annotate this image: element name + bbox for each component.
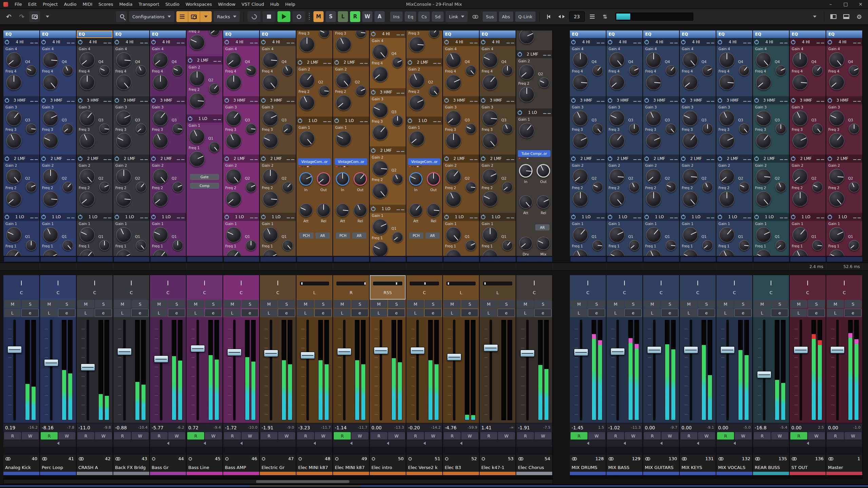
fader-track[interactable] (197, 320, 199, 420)
knob-gain-2[interactable] (829, 169, 845, 184)
channel-name[interactable]: Elec intro (370, 463, 406, 472)
edit-channel-button[interactable]: e (131, 309, 149, 317)
write-automation-button[interactable]: W (535, 432, 552, 440)
knob-gain-1[interactable] (263, 227, 278, 243)
knob-freq-1[interactable] (646, 249, 661, 256)
volume-value[interactable]: 1.41 (481, 425, 491, 430)
power-icon[interactable] (754, 40, 759, 44)
knob-att[interactable] (519, 195, 533, 209)
knob-freq-2[interactable] (263, 191, 278, 207)
eq-band-4-hi[interactable]: 4 HI (753, 38, 789, 46)
fader-track[interactable] (453, 320, 455, 420)
knob-q3[interactable] (99, 123, 110, 134)
volume-value[interactable]: -1.02 (608, 425, 620, 430)
knob-freq-2[interactable] (756, 191, 771, 207)
read-automation-button[interactable]: R (644, 432, 661, 440)
knob-freq-3[interactable] (226, 133, 242, 148)
solo-button[interactable]: S (808, 300, 825, 308)
channel-name[interactable]: Bass Line (187, 463, 223, 472)
rack-eq-header[interactable]: EQ (150, 30, 186, 38)
knob-freq-3[interactable] (756, 133, 771, 148)
channel-name[interactable]: Back FX Bridg (113, 463, 149, 472)
listen-button[interactable]: L (4, 309, 21, 317)
channel-name[interactable]: Elec Verse2 k (406, 463, 442, 472)
strip-chip-ar[interactable]: AR (535, 224, 549, 230)
mute-button[interactable]: M (644, 300, 661, 308)
fader-track[interactable] (763, 320, 765, 420)
eq-band-2-lmf[interactable]: 2 LMF (480, 155, 516, 163)
knob-gain-2[interactable] (646, 169, 661, 184)
knob-freq-3[interactable] (719, 133, 735, 148)
eq-band-1-lo[interactable]: 1 LO (40, 213, 76, 221)
eq-band-3-hmf[interactable]: 3 HMF (113, 96, 149, 104)
eq-band-1-lo[interactable]: 1 LO (260, 213, 296, 221)
knob-q2[interactable] (502, 182, 513, 192)
power-icon[interactable] (828, 157, 832, 161)
knob-freq-4[interactable] (6, 75, 22, 90)
knob-freq-4[interactable] (646, 75, 661, 90)
volume-value[interactable]: -11.0 (78, 425, 90, 430)
knob-q1[interactable] (739, 240, 750, 251)
power-icon[interactable] (608, 98, 612, 103)
channel-name[interactable]: MIX BASS (606, 463, 642, 472)
horizontal-scrollbar[interactable] (3, 479, 553, 484)
eq-band-4-hi[interactable]: 4 HI (3, 38, 39, 46)
edit-channel-button[interactable]: e (314, 309, 332, 317)
volume-value[interactable]: -0.88 (115, 425, 127, 430)
eq-band-2-lmf[interactable]: 2 LMF (406, 58, 442, 66)
read-automation-button[interactable]: R (77, 432, 94, 440)
volume-value[interactable]: -4.76 (445, 425, 457, 430)
knob-q1[interactable] (666, 240, 676, 251)
knob-gain-2[interactable] (79, 169, 95, 184)
knob-gain-3[interactable] (226, 110, 242, 126)
mute-button[interactable]: M (224, 300, 241, 308)
knob-freq-1[interactable] (756, 249, 771, 256)
eq-band-1-lo[interactable]: 1 LO (480, 213, 516, 221)
eq-band-1-lo[interactable]: 1 LO (753, 213, 789, 221)
knob-freq-4[interactable] (372, 66, 388, 82)
write-automation-button[interactable]: W (58, 432, 75, 440)
volume-value[interactable]: 0.00 (718, 425, 728, 430)
knob-q1[interactable] (465, 240, 476, 251)
power-icon[interactable] (518, 52, 522, 57)
fader-handle[interactable] (720, 346, 735, 353)
mute-button[interactable]: M (77, 300, 94, 308)
power-icon[interactable] (408, 60, 412, 65)
knob-freq-1[interactable] (153, 249, 168, 256)
pan-slider[interactable] (300, 282, 329, 285)
knob-freq-4[interactable] (482, 75, 498, 90)
knob-gain-1[interactable] (446, 227, 461, 243)
fader-handle[interactable] (574, 349, 588, 356)
rack-eq-header[interactable]: EQ (260, 30, 296, 38)
listen-button[interactable]: L (261, 309, 277, 317)
knob-freq-2[interactable] (682, 191, 698, 207)
fader-track[interactable] (727, 320, 729, 420)
knob-freq-2[interactable] (792, 191, 808, 207)
rack-eq-header[interactable]: EQ (606, 30, 642, 38)
knob-gain-4[interactable] (719, 52, 735, 68)
channel-name[interactable]: Elec B3 (443, 463, 479, 472)
read-automation-button[interactable]: R (151, 432, 168, 440)
volume-value[interactable]: 0.00 (681, 425, 692, 430)
read-automation-button[interactable]: R (754, 432, 771, 440)
link-group-button[interactable] (470, 11, 481, 22)
eq-band-3-hmf[interactable]: 3 HMF (3, 96, 39, 104)
channel-count-box[interactable]: 23 (569, 12, 585, 22)
show-left-zone-button[interactable] (828, 11, 839, 22)
fader-handle[interactable] (447, 353, 461, 361)
solo-button[interactable]: S (22, 300, 39, 308)
knob-freq-1[interactable] (446, 249, 461, 256)
write-all-button[interactable]: W (362, 11, 372, 22)
knob-freq-4[interactable] (263, 75, 278, 90)
maximize-button[interactable]: □ (838, 0, 853, 8)
knob-q4[interactable] (282, 65, 293, 76)
knob-gain-3[interactable] (719, 110, 735, 126)
knob-freq-2[interactable] (43, 191, 58, 207)
insert-plugin-name[interactable]: Tube Compr..or (518, 150, 551, 157)
write-automation-button[interactable]: W (351, 432, 368, 440)
fader-track[interactable] (50, 320, 52, 420)
knob-gain-2[interactable] (482, 169, 498, 184)
fader-track[interactable] (380, 320, 382, 420)
eq-band-2-lmf[interactable]: 2 LMF (150, 155, 186, 163)
mute-button[interactable]: M (4, 300, 21, 308)
